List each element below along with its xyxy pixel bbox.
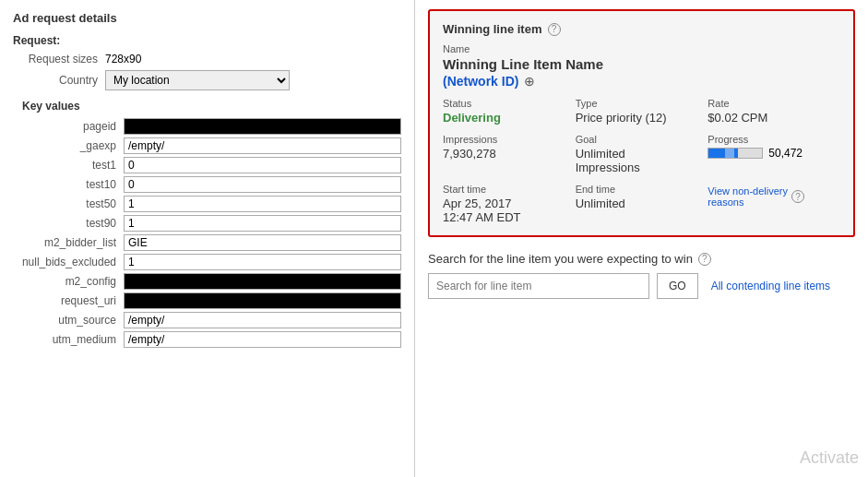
view-nondelivery-block: View non-deliveryreasons ? — [707, 184, 840, 224]
kv-input[interactable] — [124, 292, 401, 309]
all-contending-link[interactable]: All contending line items — [711, 280, 830, 292]
kv-label: test1 — [13, 159, 124, 172]
status-block: Status Delivering — [443, 98, 576, 125]
kv-label: pageid — [13, 120, 124, 133]
network-id[interactable]: (Network ID) — [443, 74, 518, 89]
kv-input[interactable] — [124, 254, 401, 270]
kv-label: test90 — [13, 217, 124, 230]
go-button[interactable]: GO — [657, 273, 698, 299]
kv-row: utm_source — [13, 312, 401, 328]
kv-input[interactable] — [124, 312, 401, 328]
kv-input[interactable] — [124, 331, 401, 348]
kv-row: _gaexp — [13, 137, 401, 154]
kv-input[interactable] — [124, 273, 401, 290]
network-id-row: (Network ID) ⊕ — [443, 74, 840, 89]
kv-row: m2_bidder_list — [13, 234, 401, 251]
kv-row: test90 — [13, 215, 401, 232]
line-item-name: Winning Line Item Name — [443, 56, 840, 72]
end-value: Unlimited — [576, 197, 708, 210]
kv-label: test50 — [13, 197, 124, 210]
kv-input[interactable] — [124, 196, 401, 212]
kv-row: utm_medium — [13, 331, 401, 348]
start-label: Start time — [443, 184, 576, 195]
country-label: Country — [13, 74, 105, 87]
goal-label: Goal — [576, 134, 708, 145]
request-section: Request: Request sizes 728x90 Country My… — [13, 34, 401, 90]
request-sizes-label: Request sizes — [13, 53, 105, 66]
type-value: Price priority (12) — [576, 111, 708, 125]
kv-label: utm_source — [13, 314, 124, 327]
kv-row: request_uri — [13, 292, 401, 309]
search-section: Search for the line item you were expect… — [428, 252, 855, 299]
search-row: GO All contending line items — [428, 273, 855, 299]
rate-value: $0.02 CPM — [707, 111, 840, 125]
start-block: Start time Apr 25, 201712:47 AM EDT — [443, 184, 576, 224]
rate-block: Rate $0.02 CPM — [707, 98, 840, 125]
country-select-wrapper[interactable]: My location United States United Kingdom… — [105, 70, 401, 90]
page-title: Ad request details — [13, 11, 401, 25]
progress-value: 50,472 — [768, 147, 803, 160]
kv-input[interactable] — [124, 215, 401, 232]
left-panel: Ad request details Request: Request size… — [0, 0, 415, 477]
target-icon: ⊕ — [524, 74, 535, 89]
status-value: Delivering — [443, 111, 576, 125]
kv-input[interactable] — [124, 157, 401, 173]
kv-row: test50 — [13, 196, 401, 212]
help-icon[interactable]: ? — [548, 23, 561, 36]
impressions-value: 7,930,278 — [443, 147, 576, 161]
type-label: Type — [576, 98, 708, 109]
kv-label: _gaexp — [13, 139, 124, 152]
progress-bar — [707, 148, 763, 159]
kv-list: pageid_gaexptest1test10test50test90m2_bi… — [13, 118, 401, 348]
progress-label: Progress — [707, 134, 840, 145]
winning-card-title: Winning line item — [443, 22, 542, 36]
type-block: Type Price priority (12) — [576, 98, 708, 125]
progress-bar-container: 50,472 — [707, 147, 840, 160]
request-sizes-row: Request sizes 728x90 — [13, 53, 401, 66]
country-select[interactable]: My location United States United Kingdom… — [105, 70, 290, 90]
kv-input[interactable] — [124, 234, 401, 251]
kv-input[interactable] — [124, 176, 401, 193]
kv-row: test10 — [13, 176, 401, 193]
end-block: End time Unlimited — [576, 184, 708, 224]
rate-label: Rate — [707, 98, 840, 109]
impressions-block: Impressions 7,930,278 — [443, 134, 576, 174]
kv-input[interactable] — [124, 137, 401, 154]
kv-label: m2_config — [13, 275, 124, 288]
country-row: Country My location United States United… — [13, 70, 401, 90]
kv-label: request_uri — [13, 294, 124, 307]
key-values-title: Key values — [13, 100, 401, 113]
search-title: Search for the line item you were expect… — [428, 252, 693, 266]
kv-label: test10 — [13, 178, 124, 191]
winning-card: Winning line item ? Name Winning Line It… — [428, 9, 855, 237]
request-sizes-value: 728x90 — [105, 53, 401, 66]
goal-block: Goal UnlimitedImpressions — [576, 134, 708, 174]
kv-row: test1 — [13, 157, 401, 173]
kv-label: null_bids_excluded — [13, 256, 124, 268]
status-label: Status — [443, 98, 576, 109]
name-label: Name — [443, 43, 840, 54]
winning-card-header: Winning line item ? — [443, 22, 840, 36]
kv-row: null_bids_excluded — [13, 254, 401, 270]
kv-input[interactable] — [124, 118, 401, 135]
kv-label: utm_medium — [13, 333, 124, 346]
progress-block: Progress 50,472 — [707, 134, 840, 174]
goal-value: UnlimitedImpressions — [576, 147, 708, 174]
kv-row: pageid — [13, 118, 401, 135]
impressions-label: Impressions — [443, 134, 576, 145]
end-label: End time — [576, 184, 708, 195]
request-label: Request: — [13, 34, 401, 47]
kv-row: m2_config — [13, 273, 401, 290]
kv-label: m2_bidder_list — [13, 236, 124, 249]
search-section-header: Search for the line item you were expect… — [428, 252, 855, 266]
stats-grid: Status Delivering Type Price priority (1… — [443, 98, 840, 224]
right-panel: Winning line item ? Name Winning Line It… — [415, 0, 868, 477]
view-nondelivery-link[interactable]: View non-deliveryreasons — [707, 185, 788, 208]
search-help-icon[interactable]: ? — [698, 253, 711, 266]
nondelivery-help-icon[interactable]: ? — [791, 190, 804, 203]
progress-bar-stripe — [725, 149, 734, 158]
start-value: Apr 25, 201712:47 AM EDT — [443, 197, 576, 224]
search-input[interactable] — [428, 273, 649, 299]
